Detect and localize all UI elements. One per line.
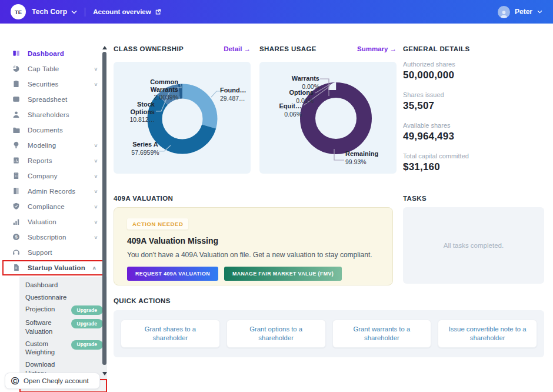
submenu-item-projection[interactable]: ProjectionUpgrade (19, 303, 107, 317)
header-divider (85, 8, 85, 16)
chevron-down-icon: ∨ (94, 143, 98, 148)
shares-usage-summary-link[interactable]: Summary→ (357, 45, 397, 52)
chevron-down-icon: ∨ (94, 220, 98, 225)
dashboard-icon (12, 49, 21, 58)
company-avatar: TE (11, 4, 26, 19)
class-ownership-title: CLASS OWNERSHIP (114, 45, 184, 52)
external-link-icon (155, 9, 161, 15)
quick-actions-title: QUICK ACTIONS (114, 297, 171, 304)
class-ownership-detail-link[interactable]: Detail→ (224, 45, 251, 52)
stat-available-shares: Available shares 49,964,493 (403, 122, 550, 142)
sidebar: Dashboard Cap Table ∨ Securities ∨ Sprea… (0, 24, 108, 392)
sidebar-item-startup-valuation[interactable]: Startup Valuation ∧ (2, 260, 106, 275)
scroll-down-arrow-icon[interactable] (102, 372, 107, 376)
action-needed-badge: ACTION NEEDED (127, 218, 188, 230)
upgrade-badge: Upgrade (71, 305, 103, 315)
quick-actions-panel: Grant shares to a shareholder Grant opti… (114, 310, 544, 357)
clipboard-icon (12, 80, 21, 88)
lightbulb-icon (12, 141, 21, 150)
shares-usage-title: SHARES USAGE (259, 45, 317, 52)
user-menu[interactable]: Peter (498, 6, 542, 18)
chevron-down-icon: ∨ (94, 174, 98, 179)
sidebar-item-dashboard[interactable]: Dashboard (0, 46, 108, 61)
donut-label-equity: Equit… 0.06% (264, 102, 302, 118)
donut-label-founders: Found… 29.487… (220, 87, 251, 102)
chevron-down-icon: ∨ (94, 189, 98, 194)
book-icon (12, 187, 21, 195)
sidebar-item-support[interactable]: Support (0, 245, 108, 260)
table-icon (12, 95, 21, 104)
tasks-title: TASKS (403, 195, 427, 202)
pie-chart-icon (12, 65, 21, 73)
arrow-right-icon: → (390, 45, 397, 52)
scrollbar-thumb[interactable] (102, 52, 106, 365)
general-details-panel: Authorized shares 50,000,000 Shares issu… (403, 61, 550, 183)
valuation-409a-title: 409A VALUATION (114, 195, 173, 202)
grant-warrants-button[interactable]: Grant warrants to a shareholder (332, 320, 432, 348)
valuation-missing-message: You don't have a 409A Valuation on file.… (127, 251, 379, 259)
sidebar-item-cap-table[interactable]: Cap Table ∨ (0, 61, 108, 77)
submenu-item-dashboard[interactable]: Dashboard (19, 279, 107, 291)
donut-label-common-warrants: Common Warrants 2.0039% (122, 78, 178, 101)
donut-label-series-a: Series A 57.6959% (128, 141, 163, 156)
donut-label-options: Options 0.01% (271, 89, 314, 104)
app-window: TE Tech Corp Account overview Peter Dash… (0, 0, 553, 392)
donut-label-stock-options: Stock Options 10.812… (114, 101, 155, 123)
user-avatar-icon (498, 6, 510, 18)
upgrade-badge: Upgrade (71, 340, 103, 350)
open-cheqly-account-button[interactable]: Ⓒ Open Cheqly account (5, 373, 100, 389)
chevron-down-icon: ∨ (94, 82, 98, 87)
chevron-down-icon: ∨ (94, 158, 98, 164)
account-overview-link[interactable]: Account overview (93, 8, 161, 15)
sidebar-item-company[interactable]: Company ∨ (0, 168, 108, 184)
top-header: TE Tech Corp Account overview Peter (0, 0, 553, 24)
submenu-item-custom-weighting[interactable]: Custom WeightingUpgrade (19, 338, 107, 358)
report-icon (12, 157, 21, 165)
building-icon (12, 172, 21, 180)
person-icon (12, 111, 21, 119)
submenu-item-questionnaire[interactable]: Questionnaire (19, 291, 107, 304)
sidebar-item-spreadsheet[interactable]: Spreadsheet (0, 92, 108, 107)
class-ownership-chart-card: Common Warrants 2.0039% Stock Options 10… (114, 62, 251, 174)
document-icon (12, 264, 21, 272)
manage-fmv-button[interactable]: MANAGE FAIR MARKET VALUE (FMV) (224, 267, 342, 281)
stat-total-capital-committed: Total capital committed $31,160 (403, 152, 550, 173)
company-name[interactable]: Tech Corp (32, 8, 67, 16)
sidebar-item-compliance[interactable]: Compliance ∨ (0, 199, 108, 214)
shield-icon (12, 202, 21, 211)
scroll-up-arrow-icon[interactable] (102, 46, 107, 49)
sidebar-item-shareholders[interactable]: Shareholders (0, 107, 108, 122)
dollar-icon: $ (12, 233, 21, 241)
chevron-down-icon[interactable] (71, 10, 77, 14)
stat-shares-issued: Shares issued 35,507 (403, 91, 550, 112)
sidebar-item-valuation[interactable]: Valuation ∨ (0, 214, 108, 230)
shares-usage-chart-card: Warrants 0.00% Options 0.01% Equit… 0.06… (259, 62, 397, 174)
chevron-down-icon: ∨ (94, 204, 98, 210)
submenu-item-software-valuation[interactable]: Software ValuationUpgrade (19, 317, 107, 337)
headset-icon (12, 248, 21, 257)
cheqly-logo-icon: Ⓒ (11, 377, 19, 385)
sidebar-item-modeling[interactable]: Modeling ∨ (0, 138, 108, 153)
sidebar-scrollbar[interactable] (102, 46, 107, 376)
donut-label-remaining: Remaining 99.93% (345, 150, 395, 165)
tasks-empty-message: All tasks completed. (444, 242, 504, 249)
grant-options-button[interactable]: Grant options to a shareholder (226, 320, 326, 348)
chevron-down-icon (537, 10, 542, 14)
chevron-up-icon: ∧ (92, 265, 96, 271)
request-409a-valuation-button[interactable]: REQUEST 409A VALUATION (127, 267, 218, 281)
arrow-right-icon: → (244, 45, 251, 52)
donut-label-warrants: Warrants 0.00% (277, 75, 319, 90)
sidebar-item-admin-records[interactable]: Admin Records ∨ (0, 184, 108, 199)
bar-chart-icon (12, 218, 21, 226)
grant-shares-button[interactable]: Grant shares to a shareholder (121, 320, 220, 348)
valuation-409a-card: ACTION NEEDED 409A Valuation Missing You… (114, 207, 393, 285)
sidebar-item-securities[interactable]: Securities ∨ (0, 77, 108, 92)
issue-convertible-note-button[interactable]: Issue convertible note to a shareholder (438, 320, 537, 348)
sidebar-item-subscription[interactable]: $ Subscription ∨ (0, 230, 108, 245)
general-details-title: GENERAL DETAILS (403, 45, 470, 52)
stat-authorized-shares: Authorized shares 50,000,000 (403, 61, 550, 81)
upgrade-badge: Upgrade (71, 319, 103, 328)
sidebar-item-reports[interactable]: Reports ∨ (0, 153, 108, 168)
sidebar-item-documents[interactable]: Documents (0, 122, 108, 138)
chevron-down-icon: ∨ (94, 235, 98, 240)
